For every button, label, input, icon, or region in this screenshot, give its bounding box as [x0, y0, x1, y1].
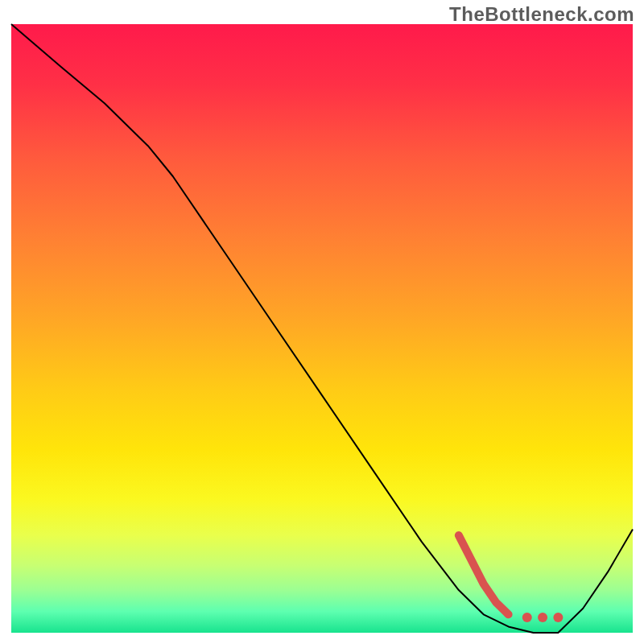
point-highlight-dots	[538, 613, 547, 622]
point-highlight-dots	[522, 613, 532, 622]
chart-container: TheBottleneck.com	[0, 0, 644, 644]
chart-plot-background	[11, 24, 633, 633]
chart-svg	[0, 0, 644, 644]
point-highlight-dots	[553, 613, 563, 622]
watermark-text: TheBottleneck.com	[449, 3, 634, 26]
